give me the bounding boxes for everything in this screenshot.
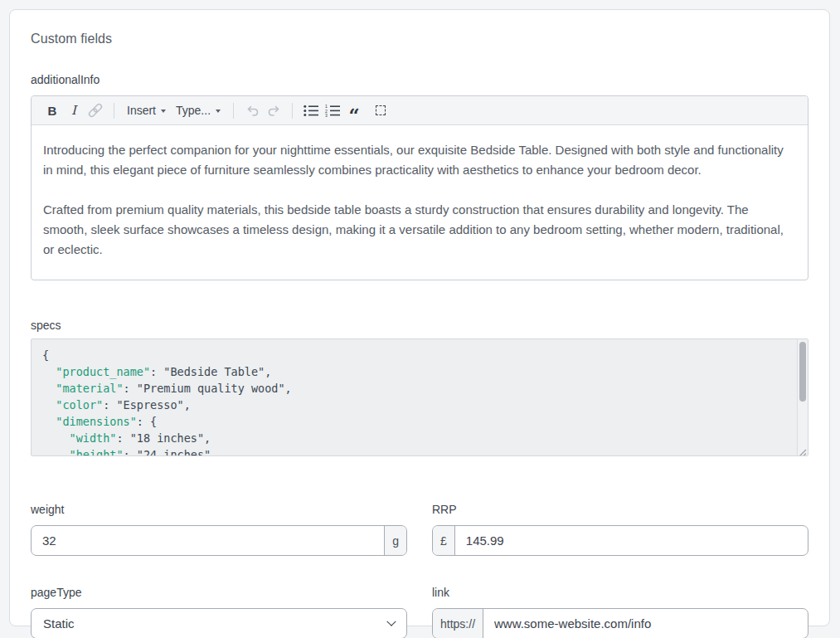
vertical-scrollbar[interactable] <box>797 339 808 455</box>
link-field: link https:// <box>432 586 808 638</box>
bullet-list-icon <box>303 105 318 117</box>
caret-down-icon <box>161 110 166 113</box>
ordered-list-button[interactable]: 1 2 3 <box>322 100 343 121</box>
editor-paragraph: Crafted from premium quality materials, … <box>43 200 796 260</box>
custom-fields-card: Custom fields additionalInfo B I <box>9 9 830 626</box>
weight-input-group: g <box>31 525 407 556</box>
link-icon <box>87 102 104 119</box>
weight-label: weight <box>31 503 407 516</box>
rich-text-editor: B I Insert <box>31 95 808 280</box>
page-type-select[interactable]: Static <box>31 608 407 638</box>
redo-icon <box>266 103 282 118</box>
currency-addon: £ <box>433 526 455 555</box>
code-block-button[interactable] <box>370 100 391 121</box>
link-label: link <box>432 586 808 599</box>
page-type-field: pageType Static <box>31 586 407 638</box>
toolbar-separator <box>292 103 293 119</box>
type-dropdown-label: Type... <box>176 104 211 117</box>
rrp-input-group: £ <box>432 525 808 556</box>
bullet-list-button[interactable] <box>300 100 322 121</box>
type-dropdown[interactable]: Type... <box>171 100 226 121</box>
scrollbar-thumb[interactable] <box>799 342 806 402</box>
editor-paragraph: Introducing the perfect companion for yo… <box>43 140 796 180</box>
toolbar-separator <box>114 103 114 119</box>
protocol-addon: https:// <box>433 609 483 638</box>
page-type-selected-value: Static <box>43 616 75 631</box>
editor-content[interactable]: Introducing the perfect companion for yo… <box>32 125 808 280</box>
editor-toolbar: B I Insert <box>32 96 808 125</box>
rrp-label: RRP <box>432 503 808 516</box>
redo-button[interactable] <box>263 100 284 121</box>
insert-dropdown-label: Insert <box>127 104 156 117</box>
page-type-label: pageType <box>31 586 407 599</box>
blockquote-button[interactable]: “ <box>343 100 365 121</box>
svg-text:3: 3 <box>325 112 328 117</box>
chevron-down-icon <box>386 616 396 626</box>
weight-unit-addon: g <box>384 526 406 555</box>
toolbar-separator <box>233 103 234 119</box>
resize-grip-icon[interactable] <box>798 446 807 455</box>
specs-code: { "product_name": "Bedside Table", "mate… <box>32 339 808 456</box>
dashed-box-icon <box>376 105 386 115</box>
specs-code-editor[interactable]: { "product_name": "Bedside Table", "mate… <box>31 338 808 456</box>
ordered-list-icon: 1 2 3 <box>325 105 340 117</box>
link-input[interactable] <box>483 609 808 638</box>
caret-down-icon <box>216 110 221 113</box>
weight-field: weight g <box>31 503 407 556</box>
card-title: Custom fields <box>31 32 808 46</box>
link-input-group: https:// <box>432 608 808 638</box>
bold-button[interactable]: B <box>41 100 63 121</box>
insert-dropdown[interactable]: Insert <box>122 100 171 121</box>
rrp-input[interactable] <box>455 526 808 555</box>
undo-button[interactable] <box>241 100 263 121</box>
undo-icon <box>245 103 260 118</box>
specs-field: specs { "product_name": "Bedside Table",… <box>31 319 808 456</box>
weight-input[interactable] <box>32 526 384 555</box>
additional-info-field: additionalInfo B I <box>31 73 808 280</box>
italic-button[interactable]: I <box>63 100 85 121</box>
additional-info-label: additionalInfo <box>31 73 808 86</box>
specs-label: specs <box>31 319 808 332</box>
rrp-field: RRP £ <box>432 503 808 556</box>
link-button[interactable] <box>85 100 106 121</box>
